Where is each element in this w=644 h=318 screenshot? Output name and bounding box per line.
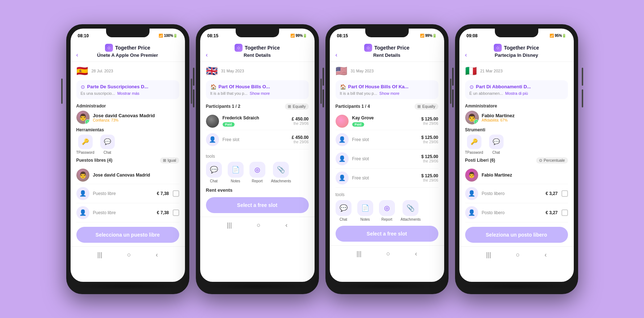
- participant-name-jose-1: Jose david Canovas Madrid: [93, 173, 179, 178]
- desc-text-2: It is a bill that you p...: [210, 91, 248, 96]
- nav-bars-4[interactable]: |||: [486, 251, 491, 259]
- back-button-2[interactable]: ‹: [206, 52, 208, 58]
- admin-trust-badge-4: ✓: [474, 119, 479, 124]
- tool-report-3[interactable]: ◎ Report: [379, 200, 395, 221]
- admin-section-1: Administrador 👨 ✓ Jose david Canovas Mad…: [76, 103, 179, 124]
- amount-2a: £ 450.00: [292, 116, 309, 122]
- nav-back-2[interactable]: ‹: [285, 221, 287, 229]
- page-title-row-4: ‹ Partecipa In Disney: [465, 52, 568, 58]
- desc-text-1: Es una suscripcio...: [81, 91, 115, 96]
- back-button-4[interactable]: ‹: [465, 52, 467, 58]
- cta-button-2[interactable]: Select a free slot: [206, 197, 309, 213]
- phone-2: 08:15 📶 99%🔋 ◇ Together Price ‹ Rent Det…: [196, 24, 319, 294]
- free-slot-amount-4b: € 3,27: [546, 210, 557, 215]
- notes-tool-icon-2: 📄: [228, 162, 244, 178]
- back-button-1[interactable]: ‹: [76, 52, 78, 58]
- paid-badge-2a: Paid: [223, 122, 235, 127]
- free-slot-label-1a: Puesto libre: [93, 191, 153, 196]
- service-title-row-2: 🏠 Part Of House Bills O...: [210, 84, 304, 90]
- status-icons-2: 📶 99%🔋: [290, 34, 307, 38]
- show-more-1[interactable]: Mostrar más: [117, 91, 139, 96]
- nav-bars-3[interactable]: |||: [357, 250, 362, 258]
- slot-checkbox-4a[interactable]: [561, 190, 568, 197]
- nav-bars-1[interactable]: |||: [97, 251, 102, 259]
- status-icons-1: 📶 100%🔋: [159, 34, 177, 38]
- cta-button-3[interactable]: Select a free slot: [336, 226, 438, 242]
- attach-tool-icon-3: 📎: [403, 200, 418, 216]
- free-slot-date-3c: the 29/06: [421, 178, 438, 182]
- nav-home-1[interactable]: ○: [127, 251, 131, 259]
- status-icons-4: 📶 95%🔋: [550, 34, 567, 38]
- nav-bars-2[interactable]: |||: [227, 221, 232, 229]
- participant-name-2a: Frederick Sdraich: [223, 115, 288, 120]
- admin-section-4: Amministratore 👨 ✓ Fabio Martinez Affida…: [465, 103, 568, 124]
- nav-back-1[interactable]: ‹: [156, 251, 158, 259]
- participant-info-jose-1: Jose david Canovas Madrid: [93, 173, 179, 178]
- herr-tpassword-1[interactable]: 🔑 TPassword: [76, 135, 94, 154]
- slot-checkbox-1b[interactable]: [173, 209, 179, 216]
- flag-icon-3: 🇺🇸: [336, 65, 347, 77]
- time-4: 09:08: [467, 33, 478, 38]
- nav-back-3[interactable]: ‹: [415, 250, 417, 258]
- tool-chat-2[interactable]: 💬 Chat: [206, 162, 222, 183]
- participant-avatar-jose-1: 👨: [76, 169, 89, 182]
- nav-home-4[interactable]: ○: [516, 251, 520, 259]
- admin-avatar-4: 👨 ✓: [465, 111, 479, 124]
- free-slot-amount-col-3b: $ 125.00 the 29/06: [421, 154, 438, 163]
- free-slot-label-1b: Puesto libre: [93, 210, 153, 215]
- puestos-label-4: Posti Liberi (6): [465, 158, 495, 163]
- phone-content-4: 🇮🇹 21 Mar 2023 ⊙ Part Di Abbonamenti D..…: [459, 62, 574, 246]
- bottom-nav-2: ||| ○ ‹: [200, 217, 315, 233]
- tool-report-2[interactable]: ◎ Report: [249, 162, 265, 183]
- app-logo-icon-2: ◇: [235, 44, 243, 52]
- app-header-2: ◇ Together Price ‹ Rent Details: [200, 42, 315, 62]
- service-title-4: Part Di Abbonamenti D...: [476, 84, 531, 89]
- slot-checkbox-4b[interactable]: [561, 209, 568, 216]
- notch-1: [106, 29, 150, 37]
- tpassword-icon-4: 🔑: [467, 135, 481, 149]
- nav-back-4[interactable]: ‹: [544, 251, 547, 259]
- admin-trust-1: Confianza: 73%: [93, 118, 155, 122]
- participant-info-3a: Kay Grove Paid: [352, 115, 418, 127]
- cta-button-4[interactable]: Seleziona un posto libero: [465, 227, 568, 243]
- app-name-4: Together Price: [504, 45, 539, 51]
- nav-home-3[interactable]: ○: [386, 250, 390, 258]
- tool-notes-3[interactable]: 📄 Notes: [357, 200, 373, 221]
- admin-label-4: Amministratore: [465, 103, 568, 109]
- participants-header-3: Participants 1 / 4 ⊞ Equally: [336, 103, 438, 110]
- back-button-3[interactable]: ‹: [336, 52, 337, 58]
- show-more-3[interactable]: Show more: [379, 91, 400, 96]
- participant-amount-2a: £ 450.00 the 29/06: [292, 116, 309, 126]
- herr-label-1: Herramientas: [76, 127, 179, 132]
- free-slot-icon-3a: 👤: [336, 133, 349, 146]
- notes-tool-label-3: Notes: [360, 217, 370, 221]
- show-more-2[interactable]: Show more: [250, 91, 270, 96]
- service-card-4: ⊙ Part Di Abbonamenti D... È un abboname…: [465, 80, 568, 99]
- bottom-nav-3: ||| ○ ‹: [330, 245, 444, 262]
- tool-attachments-2[interactable]: 📎 Attachments: [271, 162, 291, 183]
- free-slot-row-3c: 👤 Free slot $ 125.00 the 29/06: [336, 169, 438, 188]
- tool-chat-3[interactable]: 💬 Chat: [336, 200, 352, 221]
- flag-date-2: 🇬🇧 31 May 2023: [206, 65, 309, 77]
- participant-avatar-2a: [206, 115, 219, 128]
- show-more-4[interactable]: Mostra di più: [505, 91, 528, 96]
- bottom-nav-1: ||| ○ ‹: [71, 246, 185, 263]
- logo-row-4: ◇ Together Price: [494, 44, 539, 52]
- tool-notes-2[interactable]: 📄 Notes: [228, 162, 244, 183]
- herr-section-4: Strumenti 🔑 TPassword 💬 Chat: [465, 127, 568, 154]
- cta-button-1[interactable]: Selecciona un puesto libre: [76, 227, 179, 243]
- herr-row-4: 🔑 TPassword 💬 Chat: [465, 135, 568, 154]
- amount-date-2a: the 29/06: [292, 122, 309, 126]
- herr-chat-1[interactable]: 💬 Chat: [100, 135, 115, 154]
- herr-tpassword-4[interactable]: 🔑 TPassword: [465, 135, 483, 154]
- page-title-2: Rent Details: [244, 52, 271, 58]
- participant-fabio-4: 👨 Fabio Martinez: [465, 166, 568, 184]
- date-2: 31 May 2023: [221, 69, 244, 73]
- rent-events-label-2: Rent events: [206, 187, 309, 193]
- nav-home-2[interactable]: ○: [257, 221, 261, 229]
- slot-checkbox-1a[interactable]: [173, 190, 179, 197]
- logo-row-1: ◇ Together Price: [105, 44, 150, 52]
- participant-row-2a: Frederick Sdraich Paid £ 450.00 the 29/0…: [206, 113, 309, 130]
- tool-attachments-3[interactable]: 📎 Attachments: [401, 200, 421, 221]
- herr-chat-4[interactable]: 💬 Chat: [489, 135, 504, 154]
